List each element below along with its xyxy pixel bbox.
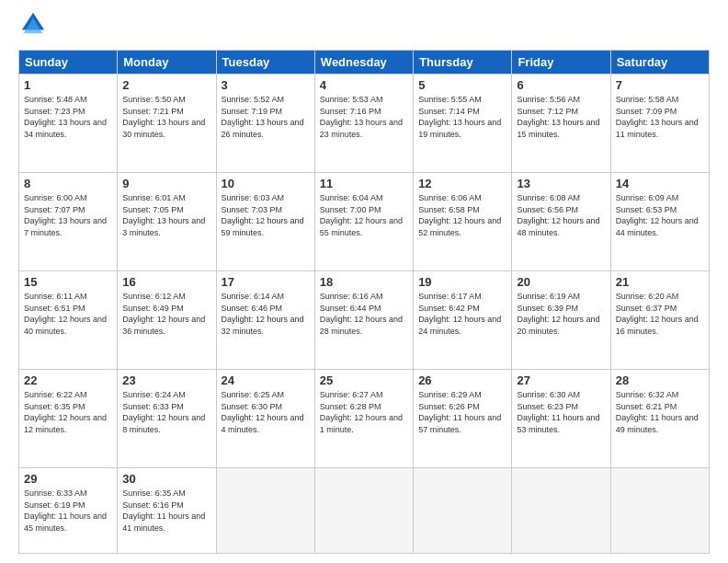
table-row: 28Sunrise: 6:32 AM Sunset: 6:21 PM Dayli… [610,370,709,468]
day-number: 24 [222,373,310,387]
table-row: 29Sunrise: 6:33 AM Sunset: 6:19 PM Dayli… [19,468,118,554]
col-friday: Friday [512,51,610,75]
day-number: 23 [122,373,210,387]
table-row [314,468,413,554]
day-number: 4 [320,78,408,92]
day-number: 7 [616,78,704,92]
table-row: 15Sunrise: 6:11 AM Sunset: 6:51 PM Dayli… [19,271,118,370]
day-number: 22 [24,373,112,387]
day-info: Sunrise: 6:08 AM Sunset: 6:56 PM Dayligh… [517,192,605,238]
day-info: Sunrise: 6:12 AM Sunset: 6:49 PM Dayligh… [122,291,210,337]
day-info: Sunrise: 6:33 AM Sunset: 6:19 PM Dayligh… [24,488,112,534]
day-info: Sunrise: 5:58 AM Sunset: 7:09 PM Dayligh… [616,94,704,140]
day-number: 1 [24,78,112,92]
day-number: 6 [517,78,605,92]
table-row: 27Sunrise: 6:30 AM Sunset: 6:23 PM Dayli… [512,370,610,468]
table-row [414,468,512,554]
day-info: Sunrise: 5:48 AM Sunset: 7:23 PM Dayligh… [24,94,112,140]
logo-icon [20,11,46,37]
calendar-page: Sunday Monday Tuesday Wednesday Thursday… [0,0,728,563]
day-number: 11 [320,177,408,190]
table-row: 9Sunrise: 6:01 AM Sunset: 7:05 PM Daylig… [118,173,216,271]
day-info: Sunrise: 5:52 AM Sunset: 7:19 PM Dayligh… [222,94,310,140]
table-row: 2Sunrise: 5:50 AM Sunset: 7:21 PM Daylig… [118,75,216,173]
day-number: 28 [616,373,704,387]
table-row: 21Sunrise: 6:20 AM Sunset: 6:37 PM Dayli… [610,271,709,370]
day-number: 25 [320,373,408,387]
day-info: Sunrise: 6:20 AM Sunset: 6:37 PM Dayligh… [616,291,704,337]
day-info: Sunrise: 6:14 AM Sunset: 6:46 PM Dayligh… [222,291,310,337]
table-row: 5Sunrise: 5:55 AM Sunset: 7:14 PM Daylig… [414,75,512,173]
day-info: Sunrise: 6:17 AM Sunset: 6:42 PM Dayligh… [418,291,506,337]
table-row: 17Sunrise: 6:14 AM Sunset: 6:46 PM Dayli… [216,271,314,370]
day-info: Sunrise: 6:04 AM Sunset: 7:00 PM Dayligh… [320,192,408,238]
day-info: Sunrise: 6:24 AM Sunset: 6:33 PM Dayligh… [122,389,210,435]
day-number: 20 [517,275,605,289]
day-number: 10 [222,177,310,190]
table-row: 18Sunrise: 6:16 AM Sunset: 6:44 PM Dayli… [314,271,413,370]
day-number: 5 [418,78,506,92]
day-info: Sunrise: 6:06 AM Sunset: 6:58 PM Dayligh… [418,192,506,238]
table-row [216,468,314,554]
table-row: 10Sunrise: 6:03 AM Sunset: 7:03 PM Dayli… [216,173,314,271]
header [18,15,710,40]
day-info: Sunrise: 6:25 AM Sunset: 6:30 PM Dayligh… [222,389,310,435]
table-row: 16Sunrise: 6:12 AM Sunset: 6:49 PM Dayli… [118,271,216,370]
table-row: 3Sunrise: 5:52 AM Sunset: 7:19 PM Daylig… [216,75,314,173]
day-number: 13 [517,177,605,190]
day-number: 29 [24,472,112,486]
day-info: Sunrise: 6:00 AM Sunset: 7:07 PM Dayligh… [24,192,112,238]
day-info: Sunrise: 6:27 AM Sunset: 6:28 PM Dayligh… [320,389,408,435]
table-row: 22Sunrise: 6:22 AM Sunset: 6:35 PM Dayli… [19,370,118,468]
table-row: 11Sunrise: 6:04 AM Sunset: 7:00 PM Dayli… [314,173,413,271]
table-row: 20Sunrise: 6:19 AM Sunset: 6:39 PM Dayli… [512,271,610,370]
logo [18,15,46,40]
table-row: 7Sunrise: 5:58 AM Sunset: 7:09 PM Daylig… [610,75,709,173]
day-number: 17 [222,275,310,289]
calendar-header-row: Sunday Monday Tuesday Wednesday Thursday… [19,51,710,75]
col-tuesday: Tuesday [216,51,314,75]
day-info: Sunrise: 6:29 AM Sunset: 6:26 PM Dayligh… [418,389,506,435]
col-sunday: Sunday [19,51,118,75]
day-number: 14 [616,177,704,190]
day-number: 19 [418,275,506,289]
table-row: 1Sunrise: 5:48 AM Sunset: 7:23 PM Daylig… [19,75,118,173]
day-info: Sunrise: 6:32 AM Sunset: 6:21 PM Dayligh… [616,389,704,435]
col-monday: Monday [118,51,216,75]
col-saturday: Saturday [610,51,709,75]
col-thursday: Thursday [414,51,512,75]
day-number: 2 [122,78,210,92]
day-info: Sunrise: 5:56 AM Sunset: 7:12 PM Dayligh… [517,94,605,140]
day-number: 9 [122,177,210,190]
day-number: 27 [517,373,605,387]
table-row [512,468,610,554]
day-info: Sunrise: 6:22 AM Sunset: 6:35 PM Dayligh… [24,389,112,435]
day-number: 21 [616,275,704,289]
table-row: 14Sunrise: 6:09 AM Sunset: 6:53 PM Dayli… [610,173,709,271]
table-row: 30Sunrise: 6:35 AM Sunset: 6:16 PM Dayli… [118,468,216,554]
table-row: 4Sunrise: 5:53 AM Sunset: 7:16 PM Daylig… [314,75,413,173]
day-number: 30 [122,472,210,486]
table-row: 24Sunrise: 6:25 AM Sunset: 6:30 PM Dayli… [216,370,314,468]
day-info: Sunrise: 6:11 AM Sunset: 6:51 PM Dayligh… [24,291,112,337]
table-row: 25Sunrise: 6:27 AM Sunset: 6:28 PM Dayli… [314,370,413,468]
day-info: Sunrise: 6:30 AM Sunset: 6:23 PM Dayligh… [517,389,605,435]
day-number: 26 [418,373,506,387]
day-number: 12 [418,177,506,190]
table-row: 26Sunrise: 6:29 AM Sunset: 6:26 PM Dayli… [414,370,512,468]
day-number: 18 [320,275,408,289]
day-number: 8 [24,177,112,190]
day-info: Sunrise: 6:09 AM Sunset: 6:53 PM Dayligh… [616,192,704,238]
col-wednesday: Wednesday [314,51,413,75]
table-row [610,468,709,554]
day-number: 15 [24,275,112,289]
table-row: 13Sunrise: 6:08 AM Sunset: 6:56 PM Dayli… [512,173,610,271]
day-info: Sunrise: 6:19 AM Sunset: 6:39 PM Dayligh… [517,291,605,337]
day-number: 3 [222,78,310,92]
table-row: 8Sunrise: 6:00 AM Sunset: 7:07 PM Daylig… [19,173,118,271]
table-row: 23Sunrise: 6:24 AM Sunset: 6:33 PM Dayli… [118,370,216,468]
day-info: Sunrise: 5:50 AM Sunset: 7:21 PM Dayligh… [122,94,210,140]
table-row: 19Sunrise: 6:17 AM Sunset: 6:42 PM Dayli… [414,271,512,370]
day-info: Sunrise: 6:16 AM Sunset: 6:44 PM Dayligh… [320,291,408,337]
table-row: 12Sunrise: 6:06 AM Sunset: 6:58 PM Dayli… [414,173,512,271]
